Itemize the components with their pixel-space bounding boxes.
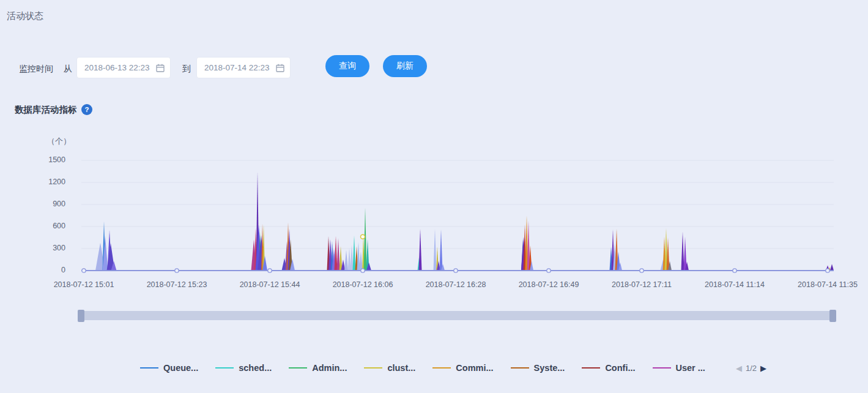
legend-item-label: Queue...	[163, 363, 198, 373]
x-axis-tick-label: 2018-07-12 15:44	[224, 280, 316, 289]
legend-item[interactable]: Admin...	[289, 363, 347, 373]
to-label: 到	[182, 64, 191, 75]
datazoom-right-handle[interactable]	[829, 310, 836, 322]
chart-section-title: 数据库活动指标	[15, 104, 77, 116]
legend-item-label: Commi...	[456, 363, 493, 373]
chart-spike	[419, 229, 422, 271]
legend-item-label: User ...	[676, 363, 705, 373]
y-axis-tick-label: 900	[25, 200, 65, 208]
baseline-marker	[454, 269, 458, 272]
chart-spike	[440, 230, 443, 271]
page-title: 活动状态	[7, 10, 43, 22]
highlight-marker	[361, 234, 365, 239]
x-axis-tick-label: 2018-07-12 16:49	[503, 280, 595, 289]
y-axis-tick-label: 1500	[25, 155, 65, 164]
datazoom-left-handle[interactable]	[78, 310, 84, 322]
y-axis-tick-label: 600	[25, 222, 65, 230]
legend-next-icon[interactable]: ▶	[760, 364, 766, 373]
legend-item[interactable]: Syste...	[511, 363, 565, 373]
activity-status-page: 活动状态 监控时间 从 到 查询 刷新 数据库活动指标 ? （个） 030060…	[0, 0, 868, 393]
legend-line-icon	[432, 367, 451, 369]
y-axis-tick-label: 300	[25, 244, 65, 252]
chart-legend: Queue...sched...Admin...clust...Commi...…	[140, 363, 722, 373]
baseline-marker	[268, 269, 272, 272]
legend-page-indicator: 1/2	[746, 364, 757, 373]
chart-spike	[348, 248, 351, 271]
legend-line-icon	[511, 367, 529, 369]
baseline-marker	[640, 269, 644, 272]
chart-spike	[344, 250, 348, 271]
y-axis-tick-label: 1200	[25, 178, 65, 186]
legend-line-icon	[364, 367, 382, 369]
legend-item[interactable]: Commi...	[432, 363, 493, 373]
baseline-marker	[361, 269, 365, 272]
x-axis-tick-label: 2018-07-12 15:23	[131, 280, 223, 289]
y-axis-unit-label: （个）	[47, 136, 71, 147]
legend-line-icon	[289, 367, 307, 369]
calendar-icon[interactable]	[276, 64, 284, 72]
x-axis-tick-label: 2018-07-12 15:01	[38, 280, 130, 289]
x-axis-tick-label: 2018-07-12 16:06	[317, 280, 409, 289]
legend-line-icon	[140, 367, 158, 369]
monitor-time-label: 监控时间	[19, 64, 53, 75]
baseline-marker	[82, 269, 86, 272]
legend-item[interactable]: clust...	[364, 363, 415, 373]
x-axis-tick-label: 2018-07-12 17:11	[596, 280, 688, 289]
refresh-button[interactable]: 刷新	[383, 55, 427, 77]
datazoom-scrollbar-track[interactable]	[78, 311, 836, 320]
legend-item[interactable]: Confi...	[582, 363, 635, 373]
baseline-marker	[547, 269, 551, 272]
legend-item[interactable]: sched...	[215, 363, 272, 373]
activity-chart[interactable]	[81, 158, 834, 279]
query-button[interactable]: 查询	[325, 55, 369, 77]
baseline-marker	[733, 269, 736, 272]
chart-spike	[830, 264, 834, 271]
legend-item-label: Syste...	[534, 363, 565, 373]
legend-item-label: Confi...	[605, 363, 635, 373]
legend-line-icon	[215, 367, 234, 369]
help-icon[interactable]: ?	[81, 104, 92, 115]
legend-prev-icon[interactable]: ◀	[736, 364, 742, 373]
legend-item-label: Admin...	[312, 363, 347, 373]
legend-item-label: sched...	[239, 363, 272, 373]
chart-canvas[interactable]	[81, 158, 834, 277]
legend-item[interactable]: User ...	[653, 363, 705, 373]
legend-item-label: clust...	[387, 363, 415, 373]
x-axis-tick-label: 2018-07-14 11:35	[782, 280, 868, 289]
x-axis-tick-label: 2018-07-14 11:14	[689, 280, 781, 289]
chart-spike	[337, 238, 340, 271]
chart-spike	[335, 236, 338, 271]
y-axis-tick-label: 0	[25, 266, 65, 274]
legend-line-icon	[653, 367, 671, 369]
x-axis-tick-label: 2018-07-12 16:28	[410, 280, 502, 289]
legend-pagination: ◀ 1/2 ▶	[736, 364, 766, 373]
chart-spike	[434, 229, 437, 271]
baseline-marker	[175, 269, 179, 272]
legend-line-icon	[582, 367, 600, 369]
baseline-marker	[826, 269, 829, 272]
chart-spike	[681, 231, 684, 271]
legend-item[interactable]: Queue...	[140, 363, 198, 373]
calendar-icon[interactable]	[156, 64, 165, 72]
chart-spike	[359, 252, 363, 271]
chart-spike	[353, 235, 356, 271]
from-label: 从	[64, 64, 72, 75]
